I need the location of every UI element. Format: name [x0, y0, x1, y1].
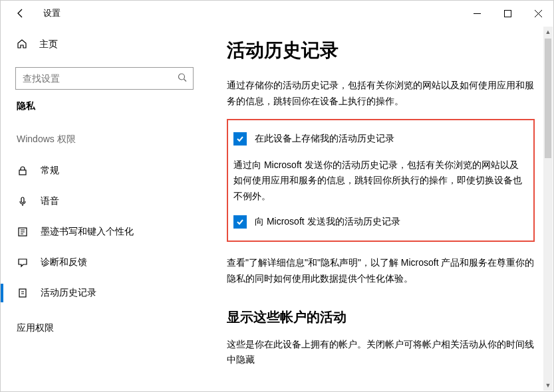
- svg-rect-6: [19, 170, 26, 175]
- scroll-down-icon[interactable]: ▼: [543, 380, 553, 391]
- home-icon: [17, 39, 27, 51]
- scroll-up-icon[interactable]: ▲: [543, 27, 553, 37]
- window-title: 设置: [43, 7, 61, 19]
- sidebar-item-diagnostics[interactable]: 诊断和反馈: [1, 249, 208, 276]
- close-button[interactable]: [523, 3, 553, 24]
- sidebar-item-label: 诊断和反馈: [41, 256, 87, 268]
- titlebar: 设置: [1, 1, 553, 26]
- checkbox-store-label: 在此设备上存储我的活动历史记录: [255, 133, 394, 145]
- sidebar-section: 隐私: [1, 100, 208, 112]
- page-title: 活动历史记录: [227, 38, 535, 63]
- mid-description: 通过向 Microsoft 发送你的活动历史记录，包括有关你浏览的网站以及如何使…: [233, 157, 524, 205]
- sidebar-home[interactable]: 主页: [1, 31, 208, 58]
- sidebar-app-permissions: 应用权限: [1, 306, 208, 334]
- sidebar: 主页 隐私 Windows 权限 常规 语音 墨: [1, 26, 208, 391]
- main-panel: 活动历史记录 通过存储你的活动历史记录，包括有关你浏览的网站以及如何使用应用和服…: [208, 26, 553, 391]
- svg-rect-1: [504, 10, 511, 17]
- highlight-box: 在此设备上存储我的活动历史记录 通过向 Microsoft 发送你的活动历史记录…: [227, 119, 535, 242]
- checkbox-row-send[interactable]: 向 Microsoft 发送我的活动历史记录: [233, 215, 524, 229]
- search-input[interactable]: [15, 67, 194, 90]
- svg-point-4: [179, 74, 185, 80]
- mic-icon: [17, 196, 29, 207]
- history-icon: [17, 288, 29, 298]
- window-controls: [462, 3, 553, 24]
- sidebar-item-label: 语音: [41, 195, 59, 207]
- sidebar-item-label: 墨迹书写和键入个性化: [41, 226, 134, 238]
- accounts-heading: 显示这些帐户的活动: [227, 308, 535, 326]
- feedback-icon: [17, 257, 29, 268]
- privacy-note: 查看"了解详细信息"和"隐私声明"，以了解 Microsoft 产品和服务在尊重…: [227, 255, 535, 287]
- svg-line-5: [184, 79, 187, 82]
- sidebar-item-label: 常规: [41, 165, 59, 177]
- svg-rect-7: [21, 197, 24, 203]
- sidebar-group-header: Windows 权限: [1, 134, 208, 146]
- checkbox-store[interactable]: [233, 132, 247, 146]
- accounts-desc: 这些是你在此设备上拥有的帐户。关闭帐户可将帐户相关活动从你的时间线中隐藏: [227, 337, 535, 369]
- search-icon: [178, 73, 187, 84]
- sidebar-home-label: 主页: [39, 39, 58, 50]
- sidebar-item-general[interactable]: 常规: [1, 157, 208, 184]
- intro-text: 通过存储你的活动历史记录，包括有关你浏览的网站以及如何使用应用和服务的信息，跳转…: [227, 78, 535, 110]
- checkbox-send[interactable]: [233, 215, 247, 229]
- sidebar-item-label: 活动历史记录: [41, 287, 96, 299]
- back-button[interactable]: [10, 3, 31, 24]
- sidebar-item-speech[interactable]: 语音: [1, 188, 208, 215]
- sidebar-item-inking[interactable]: 墨迹书写和键入个性化: [1, 219, 208, 245]
- lock-icon: [17, 165, 29, 176]
- inking-icon: [17, 227, 29, 237]
- scrollbar[interactable]: ▲ ▼: [543, 27, 553, 391]
- sidebar-item-activity-history[interactable]: 活动历史记录: [1, 280, 208, 306]
- search-wrap: [15, 67, 194, 90]
- svg-rect-12: [19, 289, 26, 297]
- checkbox-send-label: 向 Microsoft 发送我的活动历史记录: [255, 216, 400, 228]
- maximize-button[interactable]: [492, 3, 523, 24]
- minimize-button[interactable]: [462, 3, 492, 24]
- checkbox-row-store[interactable]: 在此设备上存储我的活动历史记录: [233, 132, 524, 146]
- scroll-thumb[interactable]: [545, 39, 551, 158]
